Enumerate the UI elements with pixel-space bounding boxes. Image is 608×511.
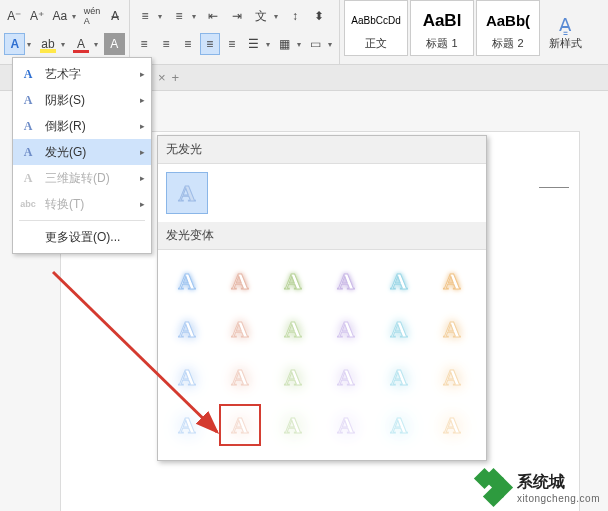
glow-preview-icon: A <box>390 316 407 343</box>
glow-swatch[interactable]: A <box>272 260 314 302</box>
dropdown-icon[interactable]: ▾ <box>266 40 273 49</box>
style-preview: AaBb( <box>486 6 530 36</box>
watermark-domain: xitongcheng.com <box>517 493 600 504</box>
style-label: 标题 2 <box>492 36 523 51</box>
menu-more-settings[interactable]: 更多设置(O)... <box>13 224 151 250</box>
borders-icon[interactable]: ▭ <box>306 33 326 55</box>
dropdown-icon[interactable]: ▾ <box>27 40 35 49</box>
glow-swatch[interactable]: A <box>272 356 314 398</box>
watermark: 系统城 xitongcheng.com <box>477 471 600 505</box>
dropdown-icon[interactable]: ▾ <box>274 12 282 21</box>
dropdown-icon[interactable]: ▾ <box>192 12 200 21</box>
align-center-icon[interactable]: ≡ <box>156 33 176 55</box>
glow-swatch[interactable]: A <box>325 356 367 398</box>
spacing-icon[interactable]: ☰ <box>244 33 264 55</box>
glow-swatch[interactable]: A <box>378 356 420 398</box>
glow-preview-icon: A <box>231 268 248 295</box>
tab-add-button[interactable]: + <box>172 70 180 85</box>
menu-label: 更多设置(O)... <box>45 229 120 246</box>
font-color-icon[interactable]: A <box>70 33 91 55</box>
align-justify-icon[interactable]: ≡ <box>200 33 220 55</box>
glow-swatch[interactable]: A <box>219 260 261 302</box>
style-preview: AaBl <box>423 6 462 36</box>
dropdown-icon[interactable]: ▾ <box>72 12 79 21</box>
sort-icon[interactable]: ⬍ <box>308 5 330 27</box>
text-effects-button[interactable]: A <box>4 33 25 55</box>
glow-swatch[interactable]: A <box>166 404 208 446</box>
dropdown-icon[interactable]: ▾ <box>61 40 69 49</box>
menu-separator <box>19 220 145 221</box>
glow-preview-icon: A <box>178 364 195 391</box>
menu-label: 艺术字 <box>45 66 81 83</box>
glow-preview-icon: A <box>337 412 354 439</box>
dropdown-icon[interactable]: ▾ <box>297 40 304 49</box>
glow-preview-icon: A <box>390 364 407 391</box>
glow-swatch[interactable]: A <box>431 404 473 446</box>
glow-preview-icon: A <box>231 412 248 439</box>
grow-font-icon[interactable]: A⁺ <box>27 5 48 27</box>
chevron-right-icon: ▸ <box>140 95 145 105</box>
chevron-right-icon: ▸ <box>140 121 145 131</box>
clear-format-icon[interactable]: A̶ <box>104 5 125 27</box>
bullets-icon[interactable]: ≡ <box>134 5 156 27</box>
glow-preview-icon: A <box>178 412 195 439</box>
menu-reflection[interactable]: A 倒影(R) ▸ <box>13 113 151 139</box>
style-heading2[interactable]: AaBb( 标题 2 <box>476 0 540 56</box>
glow-grid: AAAAAAAAAAAAAAAAAAAAAAAA <box>158 250 486 460</box>
glow-swatch[interactable]: A <box>166 356 208 398</box>
glow-preview-icon: A <box>443 316 460 343</box>
shading-icon[interactable]: ▦ <box>275 33 295 55</box>
glow-preview-icon: A <box>337 316 354 343</box>
glow-swatch[interactable]: A <box>431 356 473 398</box>
dropdown-icon[interactable]: ▾ <box>158 12 166 21</box>
indent-right-icon[interactable]: ⇥ <box>226 5 248 27</box>
glow-swatch[interactable]: A <box>272 404 314 446</box>
text-direction-icon[interactable]: 文 <box>250 5 272 27</box>
menu-label: 倒影(R) <box>45 118 86 135</box>
glow-preview-icon: A <box>284 412 301 439</box>
glow-swatch[interactable]: A <box>378 308 420 350</box>
menu-label: 转换(T) <box>45 196 84 213</box>
style-preview: AaBbCcDd <box>351 6 400 36</box>
glow-swatch[interactable]: A <box>166 260 208 302</box>
flyout-header-variants: 发光变体 <box>158 222 486 250</box>
char-shading-icon[interactable]: A <box>104 33 125 55</box>
glow-swatch[interactable]: A <box>378 260 420 302</box>
style-heading1[interactable]: AaBl 标题 1 <box>410 0 474 56</box>
new-style-button[interactable]: A͇ 新样式 <box>542 0 588 64</box>
menu-transform: abc 转换(T) ▸ <box>13 191 151 217</box>
glow-swatch[interactable]: A <box>431 308 473 350</box>
dropdown-icon[interactable]: ▾ <box>328 40 335 49</box>
glow-swatch[interactable]: A <box>219 356 261 398</box>
menu-shadow[interactable]: A 阴影(S) ▸ <box>13 87 151 113</box>
menu-label: 阴影(S) <box>45 92 85 109</box>
align-left-icon[interactable]: ≡ <box>134 33 154 55</box>
indent-left-icon[interactable]: ⇤ <box>202 5 224 27</box>
glow-swatch[interactable]: A <box>219 308 261 350</box>
glow-swatch[interactable]: A <box>431 260 473 302</box>
highlight-icon[interactable]: ab <box>37 33 58 55</box>
glow-swatch[interactable]: A <box>378 404 420 446</box>
menu-glow[interactable]: A 发光(G) ▸ <box>13 139 151 165</box>
dropdown-icon[interactable]: ▾ <box>94 40 102 49</box>
tab-close-button[interactable]: × <box>158 70 166 85</box>
style-normal[interactable]: AaBbCcDd 正文 <box>344 0 408 56</box>
glow-swatch[interactable]: A <box>325 260 367 302</box>
glow-swatch[interactable]: A <box>272 308 314 350</box>
glow-none-swatch[interactable]: A <box>166 172 208 214</box>
glow-preview-icon: A <box>231 316 248 343</box>
line-spacing-icon[interactable]: ↕ <box>284 5 306 27</box>
numbering-icon[interactable]: ≡ <box>168 5 190 27</box>
phonetic-icon[interactable]: wénA <box>82 5 103 27</box>
align-right-icon[interactable]: ≡ <box>178 33 198 55</box>
glow-swatch[interactable]: A <box>166 308 208 350</box>
glow-swatch[interactable]: A <box>219 404 261 446</box>
menu-wordart[interactable]: A 艺术字 ▸ <box>13 61 151 87</box>
shrink-font-icon[interactable]: A⁻ <box>4 5 25 27</box>
glow-swatch[interactable]: A <box>325 308 367 350</box>
change-case-icon[interactable]: Aa <box>49 5 70 27</box>
align-distribute-icon[interactable]: ≡ <box>222 33 242 55</box>
glow-swatch[interactable]: A <box>325 404 367 446</box>
transform-icon: abc <box>19 199 37 209</box>
wordart-icon: A <box>19 67 37 82</box>
